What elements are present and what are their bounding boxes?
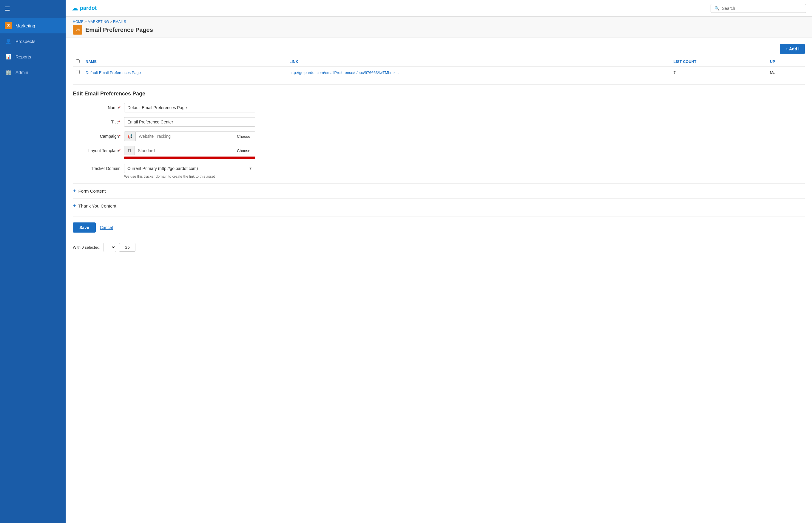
tracker-domain-hint: We use this tracker domain to create the…: [124, 175, 255, 179]
save-button[interactable]: Save: [73, 222, 96, 233]
breadcrumb-sep2: >: [110, 20, 113, 24]
tracker-domain-label: Tracker Domain: [73, 164, 121, 171]
layout-error-bar: [124, 157, 255, 159]
layout-choose-button[interactable]: Choose: [232, 146, 255, 155]
bottom-toolbar: With 0 selected: Go: [73, 238, 805, 253]
sidebar-item-label: Reports: [16, 54, 31, 59]
sidebar-item-label: Marketing: [16, 23, 35, 28]
form-content-header[interactable]: + Form Content: [73, 188, 805, 194]
search-box[interactable]: 🔍: [710, 4, 806, 13]
layout-template-label: Layout Template*: [73, 146, 121, 153]
thank-you-content-header[interactable]: + Thank You Content: [73, 203, 805, 209]
campaign-control: 📢 Choose: [124, 131, 255, 141]
row-list-count-cell: 7: [671, 67, 767, 78]
main-content: ☁ pardot 🔍 HOME > MARKETING > EMAILS ✉ E…: [66, 0, 812, 523]
logo-text: pardot: [80, 5, 96, 11]
name-required-star: *: [119, 105, 121, 110]
form-actions: Save Cancel: [73, 216, 805, 238]
search-input[interactable]: [722, 6, 802, 11]
row-link-cell: http://go.pardot.com/emailPreference/e/e…: [286, 67, 671, 78]
layout-template-input[interactable]: [135, 146, 232, 155]
form-content-label: Form Content: [78, 188, 106, 194]
name-input[interactable]: [124, 103, 255, 112]
admin-icon: 🏢: [5, 69, 12, 76]
bulk-action-select[interactable]: [104, 243, 116, 252]
table-header-row: NAME LINK LIST COUNT UP: [73, 57, 805, 67]
layout-template-field-row: Layout Template* 🗒 Choose: [73, 146, 805, 159]
breadcrumb: HOME > MARKETING > EMAILS: [73, 20, 805, 24]
name-field-row: Name*: [73, 103, 805, 112]
title-control: [124, 117, 255, 127]
tracker-domain-control: Current Primary (http://go.pardot.com) ▼…: [124, 164, 255, 179]
hamburger-menu[interactable]: ☰: [0, 0, 66, 18]
row-name-cell: Default Email Preferences Page: [83, 67, 286, 78]
page-header-title: ✉ Email Preference Pages: [73, 25, 805, 35]
sidebar-item-label: Admin: [16, 70, 28, 75]
cloud-icon: ☁: [72, 4, 78, 12]
search-icon: 🔍: [714, 6, 720, 11]
logo: ☁ pardot: [72, 4, 96, 12]
content-header: HOME > MARKETING > EMAILS ✉ Email Prefer…: [66, 17, 812, 38]
layout-template-control: 🗒 Choose: [124, 146, 255, 159]
list-section: NAME LINK LIST COUNT UP Default Email Pr…: [73, 57, 805, 78]
row-up-cell: Ma: [767, 67, 805, 78]
sidebar-item-marketing[interactable]: ✉ Marketing: [0, 18, 66, 33]
topbar: ☁ pardot 🔍: [66, 0, 812, 17]
edit-form-section: Edit Email Preferences Page Name* Title*: [73, 84, 805, 238]
row-name-link[interactable]: Default Email Preferences Page: [86, 70, 141, 75]
campaign-label: Campaign*: [73, 131, 121, 139]
campaign-required-star: *: [119, 134, 121, 139]
form-content-plus-icon: +: [73, 188, 76, 194]
name-label: Name*: [73, 103, 121, 110]
layout-icon: 🗒: [124, 146, 135, 155]
name-control: [124, 103, 255, 112]
checkbox-header: [73, 57, 83, 67]
campaign-choose-button[interactable]: Choose: [232, 132, 255, 141]
layout-required-star: *: [119, 148, 121, 153]
edit-form-title: Edit Email Preferences Page: [73, 91, 805, 97]
prospects-icon: 👤: [5, 38, 12, 45]
campaign-input-group: 📢 Choose: [124, 131, 255, 141]
breadcrumb-home[interactable]: HOME: [73, 20, 84, 24]
table-row: Default Email Preferences Page http://go…: [73, 67, 805, 78]
breadcrumb-sep1: >: [84, 20, 87, 24]
thank-you-content-section: + Thank You Content: [73, 198, 805, 213]
sidebar: ☰ ✉ Marketing 👤 Prospects 📊 Reports 🏢 Ad…: [0, 0, 66, 523]
row-link-url[interactable]: http://go.pardot.com/emailPreference/e/e…: [289, 70, 399, 75]
layout-input-group: 🗒 Choose: [124, 146, 255, 155]
title-required-star: *: [119, 120, 121, 124]
list-toolbar: + Add I: [73, 44, 805, 54]
with-selected-label: With 0 selected:: [73, 245, 101, 250]
content-body: + Add I NAME LINK LIST COUNT UP: [66, 38, 812, 523]
row-checkbox[interactable]: [76, 70, 80, 74]
title-field-row: Title*: [73, 117, 805, 127]
sidebar-item-reports[interactable]: 📊 Reports: [0, 49, 66, 65]
reports-icon: 📊: [5, 53, 12, 60]
tracker-domain-select-wrapper: Current Primary (http://go.pardot.com) ▼: [124, 164, 255, 173]
thank-you-content-label: Thank You Content: [78, 203, 117, 209]
page-icon: ✉: [73, 25, 82, 35]
title-input[interactable]: [124, 117, 255, 127]
sidebar-item-prospects[interactable]: 👤 Prospects: [0, 33, 66, 49]
breadcrumb-emails[interactable]: EMAILS: [113, 20, 126, 24]
row-checkbox-cell: [73, 67, 83, 78]
breadcrumb-marketing[interactable]: MARKETING: [88, 20, 109, 24]
page-title: Email Preference Pages: [85, 26, 153, 33]
name-column-header: NAME: [83, 57, 286, 67]
select-all-checkbox[interactable]: [76, 59, 80, 63]
email-preferences-table: NAME LINK LIST COUNT UP Default Email Pr…: [73, 57, 805, 78]
campaign-field-row: Campaign* 📢 Choose: [73, 131, 805, 141]
sidebar-item-label: Prospects: [16, 39, 35, 44]
sidebar-item-admin[interactable]: 🏢 Admin: [0, 65, 66, 80]
title-label: Title*: [73, 117, 121, 124]
campaign-input[interactable]: [136, 132, 232, 141]
tracker-domain-field-row: Tracker Domain Current Primary (http://g…: [73, 164, 805, 179]
link-column-header: LINK: [286, 57, 671, 67]
go-button[interactable]: Go: [119, 243, 136, 252]
cancel-button[interactable]: Cancel: [100, 225, 113, 230]
tracker-domain-select[interactable]: Current Primary (http://go.pardot.com): [124, 164, 255, 173]
marketing-icon: ✉: [5, 22, 12, 29]
list-count-column-header: LIST COUNT: [671, 57, 767, 67]
up-column-header: UP: [767, 57, 805, 67]
add-button[interactable]: + Add I: [780, 44, 805, 54]
